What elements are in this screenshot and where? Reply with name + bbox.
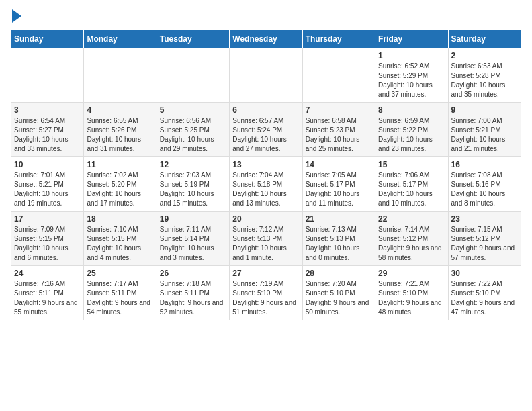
day-number: 23 (451, 214, 518, 224)
day-info: Sunrise: 7:22 AM Sunset: 5:10 PM Dayligh… (451, 279, 518, 317)
calendar-cell: 29Sunrise: 7:21 AM Sunset: 5:10 PM Dayli… (375, 266, 448, 320)
weekday-header-thursday: Thursday (302, 30, 375, 48)
calendar-week-row: 17Sunrise: 7:09 AM Sunset: 5:15 PM Dayli… (11, 212, 521, 266)
day-number: 21 (306, 214, 372, 224)
day-info: Sunrise: 7:13 AM Sunset: 5:13 PM Dayligh… (306, 225, 372, 263)
day-info: Sunrise: 7:05 AM Sunset: 5:17 PM Dayligh… (306, 171, 372, 208)
calendar-table: SundayMondayTuesdayWednesdayThursdayFrid… (11, 30, 521, 320)
weekday-header-wednesday: Wednesday (230, 30, 302, 48)
day-number: 13 (232, 160, 299, 169)
day-info: Sunrise: 7:10 AM Sunset: 5:15 PM Dayligh… (87, 225, 153, 263)
calendar-cell: 27Sunrise: 7:19 AM Sunset: 5:10 PM Dayli… (230, 266, 302, 320)
calendar-cell: 19Sunrise: 7:11 AM Sunset: 5:14 PM Dayli… (157, 212, 229, 266)
day-info: Sunrise: 7:17 AM Sunset: 5:11 PM Dayligh… (87, 279, 153, 317)
calendar-cell: 10Sunrise: 7:01 AM Sunset: 5:21 PM Dayli… (11, 157, 84, 212)
calendar-cell: 3Sunrise: 6:54 AM Sunset: 5:27 PM Daylig… (11, 103, 84, 157)
day-info: Sunrise: 7:06 AM Sunset: 5:17 PM Dayligh… (378, 171, 445, 208)
calendar-cell: 14Sunrise: 7:05 AM Sunset: 5:17 PM Dayli… (302, 157, 375, 212)
weekday-header-sunday: Sunday (11, 30, 84, 48)
calendar-cell: 18Sunrise: 7:10 AM Sunset: 5:15 PM Dayli… (84, 212, 157, 266)
day-info: Sunrise: 7:21 AM Sunset: 5:10 PM Dayligh… (378, 279, 445, 317)
day-info: Sunrise: 7:11 AM Sunset: 5:14 PM Dayligh… (160, 225, 226, 263)
calendar-cell: 1Sunrise: 6:52 AM Sunset: 5:29 PM Daylig… (375, 48, 448, 103)
day-info: Sunrise: 7:04 AM Sunset: 5:18 PM Dayligh… (232, 171, 299, 208)
calendar-cell: 28Sunrise: 7:20 AM Sunset: 5:10 PM Dayli… (302, 266, 375, 320)
day-number: 29 (378, 269, 445, 278)
day-number: 4 (87, 105, 153, 115)
calendar-cell: 2Sunrise: 6:53 AM Sunset: 5:28 PM Daylig… (448, 48, 521, 103)
day-info: Sunrise: 6:52 AM Sunset: 5:29 PM Dayligh… (378, 62, 445, 99)
day-info: Sunrise: 7:02 AM Sunset: 5:20 PM Dayligh… (87, 171, 153, 208)
day-info: Sunrise: 7:18 AM Sunset: 5:11 PM Dayligh… (160, 279, 226, 317)
day-number: 5 (160, 105, 226, 115)
day-info: Sunrise: 7:12 AM Sunset: 5:13 PM Dayligh… (232, 225, 299, 263)
day-number: 28 (306, 269, 372, 278)
calendar-cell: 20Sunrise: 7:12 AM Sunset: 5:13 PM Dayli… (230, 212, 302, 266)
calendar-cell: 21Sunrise: 7:13 AM Sunset: 5:13 PM Dayli… (302, 212, 375, 266)
calendar-cell: 5Sunrise: 6:56 AM Sunset: 5:25 PM Daylig… (157, 103, 229, 157)
day-number: 22 (378, 214, 445, 224)
calendar-cell: 22Sunrise: 7:14 AM Sunset: 5:12 PM Dayli… (375, 212, 448, 266)
day-info: Sunrise: 6:57 AM Sunset: 5:24 PM Dayligh… (232, 116, 299, 154)
calendar-cell: 25Sunrise: 7:17 AM Sunset: 5:11 PM Dayli… (84, 266, 157, 320)
calendar-cell: 7Sunrise: 6:58 AM Sunset: 5:23 PM Daylig… (302, 103, 375, 157)
calendar-week-row: 10Sunrise: 7:01 AM Sunset: 5:21 PM Dayli… (11, 157, 521, 212)
calendar-cell (11, 48, 84, 103)
day-info: Sunrise: 6:59 AM Sunset: 5:22 PM Dayligh… (378, 116, 445, 154)
day-number: 14 (306, 160, 372, 169)
day-info: Sunrise: 7:20 AM Sunset: 5:10 PM Dayligh… (306, 279, 372, 317)
day-number: 15 (378, 160, 445, 169)
calendar-cell: 30Sunrise: 7:22 AM Sunset: 5:10 PM Dayli… (448, 266, 521, 320)
day-info: Sunrise: 7:16 AM Sunset: 5:11 PM Dayligh… (14, 279, 81, 317)
day-number: 27 (232, 269, 299, 278)
calendar-cell (302, 48, 375, 103)
day-number: 24 (14, 269, 81, 278)
day-info: Sunrise: 7:14 AM Sunset: 5:12 PM Dayligh… (378, 225, 445, 263)
day-info: Sunrise: 7:00 AM Sunset: 5:21 PM Dayligh… (451, 116, 518, 154)
day-info: Sunrise: 7:19 AM Sunset: 5:10 PM Dayligh… (232, 279, 299, 317)
calendar-cell: 11Sunrise: 7:02 AM Sunset: 5:20 PM Dayli… (84, 157, 157, 212)
day-number: 2 (451, 51, 518, 60)
calendar-cell (157, 48, 229, 103)
day-info: Sunrise: 6:54 AM Sunset: 5:27 PM Dayligh… (14, 116, 81, 154)
calendar-cell: 4Sunrise: 6:55 AM Sunset: 5:26 PM Daylig… (84, 103, 157, 157)
day-number: 10 (14, 160, 81, 169)
calendar-cell: 6Sunrise: 6:57 AM Sunset: 5:24 PM Daylig… (230, 103, 302, 157)
calendar-cell: 23Sunrise: 7:15 AM Sunset: 5:12 PM Dayli… (448, 212, 521, 266)
weekday-header-saturday: Saturday (448, 30, 521, 48)
day-number: 26 (160, 269, 226, 278)
day-info: Sunrise: 6:53 AM Sunset: 5:28 PM Dayligh… (451, 62, 518, 99)
day-number: 8 (378, 105, 445, 115)
day-number: 19 (160, 214, 226, 224)
calendar-cell: 8Sunrise: 6:59 AM Sunset: 5:22 PM Daylig… (375, 103, 448, 157)
day-info: Sunrise: 6:58 AM Sunset: 5:23 PM Dayligh… (306, 116, 372, 154)
day-info: Sunrise: 7:09 AM Sunset: 5:15 PM Dayligh… (14, 225, 81, 263)
day-number: 20 (232, 214, 299, 224)
day-number: 18 (87, 214, 153, 224)
logo-arrow-icon (12, 9, 21, 23)
day-number: 6 (232, 105, 299, 115)
calendar-cell: 13Sunrise: 7:04 AM Sunset: 5:18 PM Dayli… (230, 157, 302, 212)
calendar-cell: 12Sunrise: 7:03 AM Sunset: 5:19 PM Dayli… (157, 157, 229, 212)
calendar-cell: 24Sunrise: 7:16 AM Sunset: 5:11 PM Dayli… (11, 266, 84, 320)
calendar-cell (84, 48, 157, 103)
weekday-header-friday: Friday (375, 30, 448, 48)
day-number: 11 (87, 160, 153, 169)
calendar-body: 1Sunrise: 6:52 AM Sunset: 5:29 PM Daylig… (11, 48, 521, 320)
day-info: Sunrise: 6:56 AM Sunset: 5:25 PM Dayligh… (160, 116, 226, 154)
weekday-header-tuesday: Tuesday (157, 30, 229, 48)
calendar-cell: 15Sunrise: 7:06 AM Sunset: 5:17 PM Dayli… (375, 157, 448, 212)
day-number: 16 (451, 160, 518, 169)
calendar-cell (230, 48, 302, 103)
logo (11, 11, 21, 23)
page-header (11, 11, 521, 23)
calendar-cell: 16Sunrise: 7:08 AM Sunset: 5:16 PM Dayli… (448, 157, 521, 212)
calendar-week-row: 24Sunrise: 7:16 AM Sunset: 5:11 PM Dayli… (11, 266, 521, 320)
day-info: Sunrise: 6:55 AM Sunset: 5:26 PM Dayligh… (87, 116, 153, 154)
day-number: 30 (451, 269, 518, 278)
day-number: 1 (378, 51, 445, 60)
calendar-header-row: SundayMondayTuesdayWednesdayThursdayFrid… (11, 30, 521, 48)
day-number: 25 (87, 269, 153, 278)
weekday-header-monday: Monday (84, 30, 157, 48)
calendar-week-row: 3Sunrise: 6:54 AM Sunset: 5:27 PM Daylig… (11, 103, 521, 157)
